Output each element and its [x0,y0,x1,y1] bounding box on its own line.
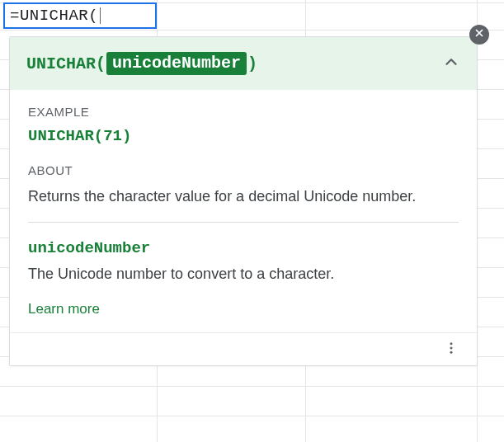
chevron-up-icon [442,59,460,73]
more-vert-icon [444,344,459,358]
close-icon [473,27,485,42]
svg-point-3 [450,346,453,349]
text-cursor [100,7,101,24]
formula-input-cell[interactable]: =UNICHAR( [3,2,157,29]
tooltip-footer [10,332,477,365]
function-help-tooltip: UNICHAR(unicodeNumber) EXAMPLE UNICHAR(7… [9,36,478,366]
svg-point-2 [450,342,453,345]
tooltip-header: UNICHAR(unicodeNumber) [10,37,477,90]
collapse-button[interactable] [442,53,460,74]
close-paren: ) [247,54,257,73]
formula-text: =UNICHAR( [10,7,98,25]
open-paren: ( [96,54,106,73]
param-name: unicodeNumber [28,239,459,257]
function-name: UNICHAR [26,54,96,73]
about-label: ABOUT [28,163,459,177]
example-label: EXAMPLE [28,105,459,119]
learn-more-link[interactable]: Learn more [28,301,100,317]
function-signature: UNICHAR(unicodeNumber) [26,52,257,75]
about-text: Returns the character value for a decima… [28,186,459,207]
svg-point-4 [450,351,453,354]
tooltip-body: EXAMPLE UNICHAR(71) ABOUT Returns the ch… [10,90,477,332]
close-tooltip-button[interactable] [469,25,489,45]
more-options-button[interactable] [439,336,464,364]
param-description: The Unicode number to convert to a chara… [28,264,459,284]
divider [28,222,459,223]
param-highlight: unicodeNumber [106,52,247,75]
example-value: UNICHAR(71) [28,127,459,145]
